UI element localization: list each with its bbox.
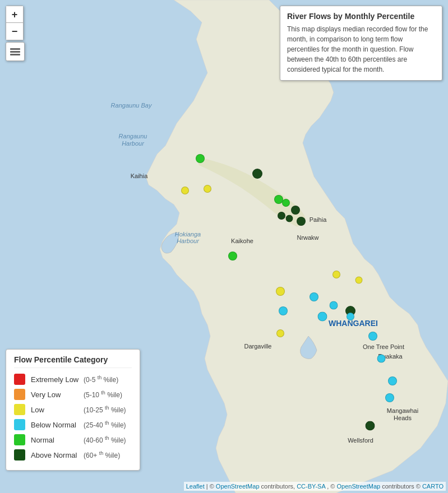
legend-swatch	[14, 389, 25, 400]
flow-dot[interactable]	[286, 215, 293, 222]
legend-item-range: (25-40 th %ile)	[84, 420, 126, 429]
legend-item-label: Very Low	[31, 390, 81, 399]
legend-item: Normal(40-60 th %ile)	[14, 434, 132, 445]
legend-items: Extremely Low(0-5 th %ile)Very Low(5-10 …	[14, 374, 132, 461]
flow-dot[interactable]	[366, 421, 375, 431]
flow-dot[interactable]	[377, 355, 386, 363]
legend-item-label: Extremely Low	[31, 375, 81, 384]
flow-dot[interactable]	[368, 332, 377, 341]
svg-text:Heads: Heads	[394, 415, 412, 421]
info-box-description: This map displays median recorded flow f…	[287, 24, 435, 75]
legend-item: Very Low(5-10 th %ile)	[14, 389, 132, 400]
svg-text:WHANGAREI: WHANGAREI	[329, 319, 378, 328]
flow-dot[interactable]	[388, 376, 397, 385]
legend-item-label: Normal	[31, 436, 81, 444]
svg-text:Kaikohe: Kaikohe	[231, 238, 253, 244]
legend-swatch	[14, 434, 25, 445]
flow-dot[interactable]	[181, 187, 189, 194]
flow-dot[interactable]	[347, 313, 354, 320]
svg-text:Harbour: Harbour	[177, 238, 200, 244]
legend-item-range: (40-60 th %ile)	[84, 435, 126, 444]
legend-swatch	[14, 404, 25, 415]
svg-text:Hokianga: Hokianga	[175, 231, 201, 238]
svg-text:Harbour: Harbour	[122, 140, 145, 147]
svg-text:Rangaunu Bay: Rangaunu Bay	[111, 102, 153, 109]
legend-item-range: (0-5 th %ile)	[84, 375, 118, 384]
flow-dot[interactable]	[196, 154, 205, 163]
legend-item-range: (5-10 th %ile)	[84, 390, 122, 399]
flow-dot[interactable]	[282, 199, 290, 207]
svg-text:Wellsford: Wellsford	[348, 437, 373, 444]
layers-icon	[10, 48, 20, 55]
attribution-cc[interactable]: CC-BY-SA	[297, 483, 325, 490]
attribution-carto[interactable]: CARTO	[422, 483, 444, 490]
svg-text:Dargaville: Dargaville	[244, 343, 272, 350]
legend-swatch	[14, 419, 25, 430]
svg-text:One Tree Point: One Tree Point	[363, 343, 404, 350]
attribution-osm[interactable]: OpenStreetMap	[216, 483, 260, 490]
flow-dot[interactable]	[385, 393, 394, 402]
zoom-out-button[interactable]: −	[6, 23, 23, 40]
flow-dot[interactable]	[276, 329, 284, 337]
layer-control-button[interactable]	[6, 42, 25, 61]
flow-dot[interactable]	[278, 212, 285, 220]
attribution-osm2[interactable]: OpenStreetMap	[336, 483, 380, 490]
flow-dot[interactable]	[204, 185, 211, 193]
flow-dot[interactable]	[276, 287, 285, 296]
attribution-leaflet[interactable]: Leaflet	[186, 483, 205, 490]
flow-dot[interactable]	[279, 306, 288, 315]
zoom-controls: + −	[6, 6, 24, 40]
svg-text:Rangaunu: Rangaunu	[119, 133, 147, 139]
legend-swatch	[14, 449, 25, 461]
flow-dot[interactable]	[228, 252, 237, 261]
legend-title: Flow Percentile Category	[14, 355, 132, 368]
legend-item: Extremely Low(0-5 th %ile)	[14, 374, 132, 385]
legend-item-label: Above Normal	[31, 451, 81, 459]
svg-text:Mangawhai: Mangawhai	[387, 407, 418, 414]
legend-item-range: (60+ th %ile)	[84, 450, 120, 459]
legend-item-label: Below Normal	[31, 421, 81, 429]
flow-dot[interactable]	[332, 271, 340, 278]
flow-dot[interactable]	[291, 206, 300, 215]
legend-item-label: Low	[31, 406, 81, 414]
attribution: Leaflet | © OpenStreetMap contributors, …	[184, 482, 446, 491]
zoom-in-button[interactable]: +	[6, 6, 23, 23]
legend-item: Below Normal(25-40 th %ile)	[14, 419, 132, 430]
map-container[interactable]: Rangaunu Bay Rangaunu Harbour Kaihia Hok…	[0, 0, 448, 493]
svg-text:Nrwakw: Nrwakw	[297, 234, 318, 241]
flow-dot[interactable]	[252, 169, 262, 179]
legend: Flow Percentile Category Extremely Low(0…	[6, 349, 140, 471]
info-box: River Flows by Monthly Percentile This m…	[280, 6, 442, 81]
flow-dot[interactable]	[318, 312, 327, 322]
legend-item: Above Normal(60+ th %ile)	[14, 449, 132, 461]
flow-dot[interactable]	[355, 277, 363, 284]
legend-item: Low(10-25 th %ile)	[14, 404, 132, 415]
legend-swatch	[14, 374, 25, 385]
flow-dot[interactable]	[330, 301, 338, 310]
info-box-title: River Flows by Monthly Percentile	[287, 12, 435, 21]
svg-text:Paihia: Paihia	[310, 216, 327, 223]
legend-item-range: (10-25 th %ile)	[84, 405, 126, 414]
svg-text:Kaihia: Kaihia	[131, 173, 148, 179]
flow-dot[interactable]	[310, 292, 318, 301]
flow-dot[interactable]	[297, 217, 306, 226]
